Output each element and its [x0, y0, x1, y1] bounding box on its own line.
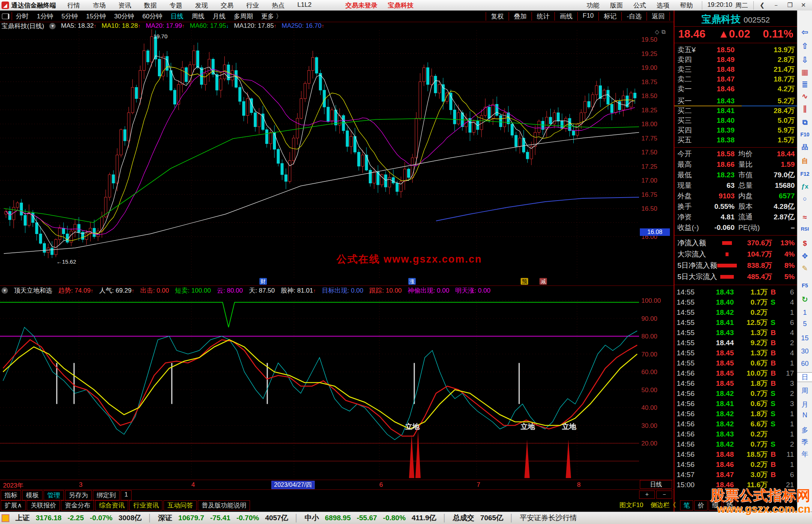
period-tab[interactable]: 月线	[213, 12, 226, 21]
period-tab[interactable]: 更多 〉	[261, 12, 282, 21]
bottom-tool-button[interactable]: 势	[723, 500, 736, 510]
f12-icon[interactable]: F12	[797, 171, 812, 177]
tick-row[interactable]: 14:5518.420.2万1	[674, 307, 797, 317]
ask-row[interactable]: 卖四18.492.8万	[674, 55, 797, 65]
bid-row[interactable]: 买三18.405.0万	[674, 116, 797, 125]
tick-row[interactable]: 14:5618.420.7万S2	[674, 439, 797, 449]
collapse-chevron-icon[interactable]: ▼	[49, 23, 56, 29]
menu-item[interactable]: 版面	[610, 1, 623, 10]
tick-row[interactable]: 14:5518.451.3万B4	[674, 348, 797, 358]
bid-row[interactable]: 买一18.435.2万	[674, 96, 797, 106]
down-arrow-icon[interactable]: ⇩	[797, 55, 812, 65]
strip-period-60[interactable]: 60	[797, 360, 812, 368]
candlestick-icon[interactable]: ∥	[797, 104, 812, 113]
bid-row[interactable]: 买五18.381.5万	[674, 135, 797, 145]
tick-row[interactable]: 14:5618.4818.5万B11	[674, 449, 797, 459]
tick-row[interactable]: 14:5518.4112.5万S6	[674, 317, 797, 328]
menu-item[interactable]: 市场	[93, 1, 106, 10]
wave-icon[interactable]: ≈	[797, 213, 812, 222]
period-tab[interactable]: 日线	[171, 12, 183, 21]
period-tab[interactable]: 1分钟	[37, 12, 53, 21]
ask-row[interactable]: 卖二18.4718.7万	[674, 74, 797, 84]
period-tab[interactable]: 周线	[192, 12, 205, 21]
event-badge[interactable]: 财	[259, 278, 267, 285]
event-badge[interactable]: 减	[539, 278, 547, 285]
f10-icon[interactable]: F10	[797, 131, 812, 137]
tick-row[interactable]: 14:5618.410.6万S3	[674, 399, 797, 409]
circle-icon[interactable]: ○	[797, 195, 812, 203]
event-badge[interactable]: 涨	[408, 278, 416, 285]
tick-row[interactable]: 14:5618.460.2万B1	[674, 459, 797, 470]
event-badge[interactable]: 预	[521, 278, 528, 285]
charts-canvas[interactable]: 19.5019.2519.0018.7518.5018.2518.0017.75…	[0, 22, 674, 480]
toolbar-button[interactable]: 标记	[598, 12, 621, 21]
menu-item[interactable]: 资讯	[118, 1, 131, 10]
strip-period-5[interactable]: 5	[797, 320, 812, 328]
menu-item[interactable]: 热点	[272, 1, 285, 10]
tick-row[interactable]: 14:5618.451.8万B3	[674, 378, 797, 388]
nav-back-button[interactable]: ❮	[760, 2, 765, 9]
period-tab[interactable]: 多周期	[234, 12, 253, 21]
tick-row[interactable]: 14:5518.450.6万B1	[674, 358, 797, 368]
pencil-icon[interactable]: ✎	[797, 264, 812, 273]
maximize-button[interactable]: ❐	[787, 2, 792, 9]
tick-row[interactable]: 14:5618.4510.0万B17	[674, 368, 797, 378]
index-name[interactable]: 深证	[158, 513, 172, 523]
money-icon[interactable]: $	[797, 239, 812, 248]
tab[interactable]: 综合资讯	[95, 500, 128, 510]
up-arrow-icon[interactable]: ⇧	[797, 41, 812, 51]
strip-period-30[interactable]: 30	[797, 347, 812, 355]
menu-item[interactable]: 发现	[195, 1, 208, 10]
minimize-button[interactable]: －	[773, 2, 779, 9]
period-tab[interactable]: 30分钟	[114, 12, 134, 21]
ask-row[interactable]: 卖三18.4821.4万	[674, 65, 797, 74]
bottom-tool-button[interactable]: 笔	[680, 500, 693, 510]
tab[interactable]: 关联报价	[27, 500, 60, 510]
menu-item[interactable]: 功能	[587, 1, 600, 10]
menu-item[interactable]: 交易	[221, 1, 233, 10]
toolbar-button[interactable]: 复权	[486, 12, 509, 21]
strip-period-15[interactable]: 15	[797, 334, 812, 342]
tick-row[interactable]: 14:5718.473.0万B6	[674, 470, 797, 480]
index-name[interactable]: 上证	[15, 513, 30, 523]
chart-corner-icons[interactable]: ◇⧉	[655, 29, 668, 35]
tick-row[interactable]: 14:5618.420.7万S2	[674, 388, 797, 399]
toolbar-button[interactable]: 统计	[532, 12, 554, 21]
strip-period-季[interactable]: 季	[797, 438, 812, 447]
toolbar-button[interactable]: 叠加	[509, 12, 532, 21]
tree-icon[interactable]: 品	[797, 143, 812, 151]
tab[interactable]: 另存为	[65, 490, 92, 500]
tick-row[interactable]: 15:0018.4611.6万21	[674, 480, 797, 490]
indicator-chevron-icon[interactable]: ▼	[2, 287, 8, 294]
tick-row[interactable]: 14:5618.430.2万1	[674, 429, 797, 439]
period-tab[interactable]: 分时	[16, 12, 29, 21]
bid-row[interactable]: 买四18.395.9万	[674, 125, 797, 135]
strip-period-N[interactable]: N	[797, 411, 812, 419]
back-arrow-icon[interactable]: ⇦	[797, 27, 812, 37]
fx-icon[interactable]: ƒx	[797, 183, 812, 190]
tab[interactable]: 扩展∧	[1, 500, 26, 510]
tick-row[interactable]: 14:5518.431.1万B6	[674, 287, 797, 297]
strip-period-多[interactable]: 多	[797, 426, 812, 435]
quick-stock-link[interactable]: 宝鼎科技	[388, 1, 414, 10]
strip-period-日[interactable]: 日	[797, 373, 812, 382]
menu-item[interactable]: 选项	[657, 1, 670, 10]
list-icon[interactable]: ≣	[797, 80, 812, 89]
tick-row[interactable]: 14:5618.426.6万S1	[674, 419, 797, 429]
tab[interactable]: 指标	[1, 490, 21, 500]
bottom-tool-button[interactable]: 细	[709, 500, 722, 510]
tab[interactable]: 普及版功能说明	[198, 500, 250, 510]
tick-row[interactable]: 14:5518.431.3万B4	[674, 328, 797, 338]
zixuan-icon[interactable]: 自	[797, 157, 812, 165]
toolbar-button[interactable]: 返回	[647, 12, 670, 21]
date-axis[interactable]: 2023/04/27/四 2023年34678	[0, 480, 674, 490]
zoom-in-button[interactable]: ＋	[639, 491, 655, 499]
menu-item[interactable]: 帮助	[680, 1, 693, 10]
stock-name[interactable]: 宝鼎科技	[701, 14, 741, 25]
period-tab[interactable]: 5分钟	[61, 12, 77, 21]
tick-row[interactable]: 14:5518.449.2万B2	[674, 338, 797, 348]
tab[interactable]: 模板	[22, 490, 42, 500]
strip-period-1[interactable]: 1	[797, 309, 812, 317]
ask-row[interactable]: 卖一18.464.2万	[674, 84, 797, 94]
close-button[interactable]: ✕	[801, 2, 806, 9]
